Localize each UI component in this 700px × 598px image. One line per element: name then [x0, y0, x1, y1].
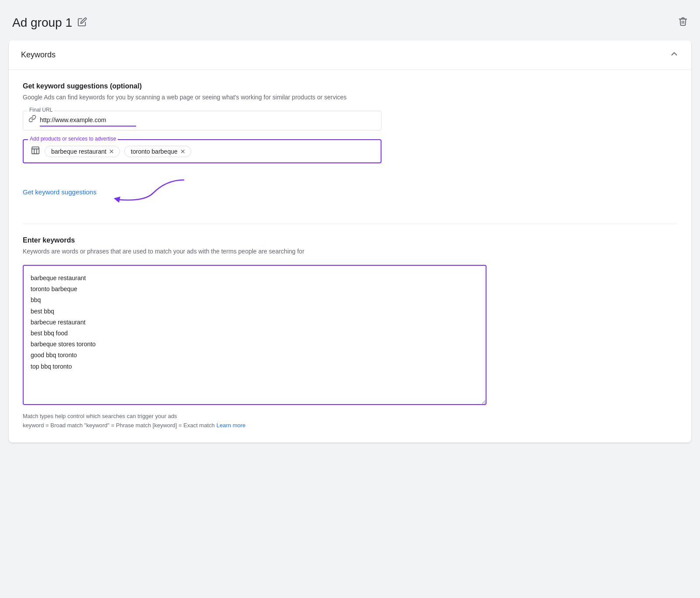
link-icon: [28, 115, 36, 125]
url-field-label: Final URL: [28, 107, 54, 113]
match-types-line1: Match types help control which searches …: [23, 412, 677, 421]
card-body: Get keyword suggestions (optional) Googl…: [9, 70, 691, 443]
chip-label: toronto barbeque: [131, 148, 178, 155]
chip-barbeque-restaurant: barbeque restaurant ✕: [45, 146, 120, 157]
match-types-line2: keyword = Broad match "keyword" = Phrase…: [23, 421, 215, 430]
products-field-inner: barbeque restaurant ✕ toronto barbeque ✕: [31, 145, 374, 157]
url-input[interactable]: [40, 116, 376, 123]
keywords-textarea[interactable]: barbeque restaurant toronto barbeque bbq…: [23, 265, 486, 405]
products-field-wrapper[interactable]: Add products or services to advertise ba…: [23, 139, 382, 163]
products-field-label: Add products or services to advertise: [28, 136, 118, 142]
chip-remove-toronto[interactable]: ✕: [180, 148, 186, 155]
annotation-arrow: [105, 176, 192, 206]
enter-keywords-description: Keywords are words or phrases that are u…: [23, 247, 677, 256]
keywords-card: Keywords Get keyword suggestions (option…: [9, 40, 691, 443]
suggestions-heading: Get keyword suggestions (optional): [23, 82, 677, 90]
store-icon: [31, 145, 40, 157]
match-types-row: keyword = Broad match "keyword" = Phrase…: [23, 421, 677, 430]
enter-keywords-heading: Enter keywords: [23, 236, 677, 244]
delete-icon[interactable]: [678, 17, 688, 29]
page-header: Ad group 1: [9, 9, 691, 40]
page-title: Ad group 1: [12, 16, 72, 30]
section-divider: [23, 224, 677, 224]
url-field-inner: [28, 115, 376, 125]
edit-icon[interactable]: [77, 17, 87, 29]
url-field-wrapper: Final URL: [23, 111, 382, 130]
suggestions-description: Google Ads can find keywords for you by …: [23, 93, 677, 102]
page-title-area: Ad group 1: [12, 16, 87, 30]
suggestions-section: Get keyword suggestions (optional) Googl…: [23, 82, 677, 208]
url-underline: [40, 126, 136, 127]
svg-marker-0: [114, 197, 120, 203]
chip-remove-barbeque[interactable]: ✕: [109, 148, 114, 155]
arrow-annotation: [105, 176, 192, 208]
collapse-icon[interactable]: [669, 49, 679, 61]
card-title: Keywords: [21, 50, 56, 60]
learn-more-link[interactable]: Learn more: [217, 421, 245, 430]
chip-toronto-barbeque: toronto barbeque ✕: [124, 146, 191, 157]
get-suggestions-area: Get keyword suggestions: [23, 176, 677, 208]
enter-keywords-section: Enter keywords Keywords are words or phr…: [23, 236, 677, 430]
card-header: Keywords: [9, 40, 691, 70]
chip-label: barbeque restaurant: [51, 148, 106, 155]
get-suggestions-link[interactable]: Get keyword suggestions: [23, 188, 96, 196]
match-types-info: Match types help control which searches …: [23, 412, 677, 430]
